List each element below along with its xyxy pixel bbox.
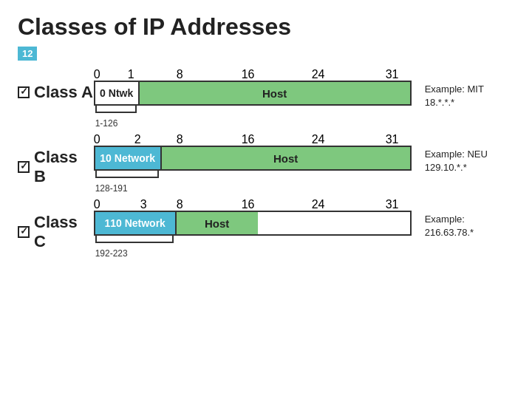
class-c-diagram: 0 3 8 16 24 31 110 Network Host xyxy=(94,198,412,259)
class-c-ntwk: 110 Network xyxy=(95,212,177,234)
bit-8-b: 8 xyxy=(177,133,183,146)
bit-24-a: 24 xyxy=(312,68,325,81)
class-a-range: 1-126 xyxy=(95,118,118,129)
class-a-host: Host xyxy=(140,82,410,104)
class-b-diagram: 0 2 8 16 24 31 10 Network Host xyxy=(94,133,412,194)
class-b-bar: 10 Network Host xyxy=(94,146,412,171)
class-a-bar: 0 Ntwk Host xyxy=(94,81,412,106)
bit-31-c: 31 xyxy=(386,198,399,211)
class-a-bracket-area xyxy=(94,106,412,116)
class-a-ntwk-label: 0 Ntwk xyxy=(100,87,133,99)
class-c-example: Example: 216.63.78.* xyxy=(425,198,514,239)
class-c-bit-labels: 0 3 8 16 24 31 xyxy=(94,198,412,210)
bit-8-c: 8 xyxy=(177,198,183,211)
bit-16-b: 16 xyxy=(242,133,255,146)
class-b-label: Class B xyxy=(18,133,94,186)
class-b-host: Host xyxy=(162,147,410,169)
page-title: Classes of IP Addresses xyxy=(18,13,514,41)
bit-16-a: 16 xyxy=(242,68,255,81)
bit-31-a: 31 xyxy=(386,68,399,81)
class-a-host-label: Host xyxy=(262,87,287,100)
class-a-bracket xyxy=(95,106,137,113)
class-a-label: Class A xyxy=(18,68,94,102)
class-c-empty xyxy=(258,212,410,234)
class-a-diagram: 0 1 8 16 24 31 0 Ntwk Host xyxy=(94,68,412,129)
bit-1-a: 1 xyxy=(128,68,134,81)
class-c-bracket-area xyxy=(94,236,412,246)
page: Classes of IP Addresses 12 Class A 0 1 8… xyxy=(0,0,532,399)
class-a-bit-labels: 0 1 8 16 24 31 xyxy=(94,68,412,80)
bit-16-c: 16 xyxy=(242,198,255,211)
class-a-row: Class A 0 1 8 16 24 31 0 Ntwk Host xyxy=(18,68,514,129)
section-label: 12 xyxy=(18,47,37,61)
bit-0-c: 0 xyxy=(94,198,100,211)
class-c-row: Class C 0 3 8 16 24 31 110 Network Host xyxy=(18,198,514,259)
class-b-bracket xyxy=(95,171,159,178)
class-b-ntwk: 10 Network xyxy=(95,147,162,169)
classes-container: Class A 0 1 8 16 24 31 0 Ntwk Host xyxy=(18,68,514,260)
bit-2-b: 2 xyxy=(134,133,141,146)
class-c-checkbox[interactable] xyxy=(18,226,30,238)
bit-8-a: 8 xyxy=(177,68,183,81)
class-b-range: 128-191 xyxy=(95,183,128,194)
bit-31-b: 31 xyxy=(386,133,399,146)
class-a-checkbox[interactable] xyxy=(18,86,30,98)
class-c-host: Host xyxy=(177,212,258,234)
class-b-example: Example: NEU 129.10.*.* xyxy=(425,133,514,174)
bit-24-b: 24 xyxy=(312,133,325,146)
class-b-ntwk-label: 10 Network xyxy=(100,152,155,164)
class-c-label: Class C xyxy=(18,198,94,251)
bit-3-c: 3 xyxy=(140,198,147,211)
bit-0-a: 0 xyxy=(94,68,100,81)
class-c-range: 192-223 xyxy=(95,248,128,259)
class-c-bar: 110 Network Host xyxy=(94,211,412,236)
class-a-example: Example: MIT 18.*.*.* xyxy=(425,68,514,109)
class-b-host-label: Host xyxy=(273,152,298,165)
class-b-checkbox[interactable] xyxy=(18,161,30,173)
class-c-host-label: Host xyxy=(205,217,229,230)
class-a-ntwk: 0 Ntwk xyxy=(95,82,140,104)
class-b-row: Class B 0 2 8 16 24 31 10 Network Host xyxy=(18,133,514,194)
bit-0-b: 0 xyxy=(94,133,100,146)
class-b-bracket-area xyxy=(94,171,412,181)
class-c-bracket xyxy=(95,236,174,243)
bit-24-c: 24 xyxy=(312,198,325,211)
class-c-ntwk-label: 110 Network xyxy=(104,217,165,229)
class-b-bit-labels: 0 2 8 16 24 31 xyxy=(94,133,412,145)
